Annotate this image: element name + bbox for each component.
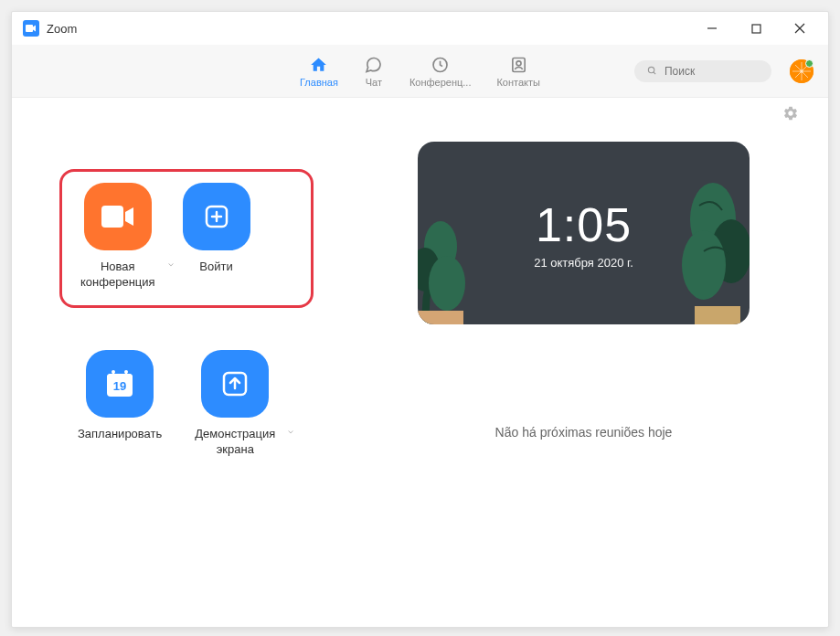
- content-area: Новая конференция ⌵ Войти 19 Запланирова…: [12, 98, 828, 627]
- clock-time: 1:05: [536, 197, 632, 252]
- svg-rect-0: [26, 25, 33, 32]
- share-screen-button[interactable]: Демонстрация экрана ⌵: [195, 350, 275, 458]
- new-meeting-button[interactable]: Новая конференция ⌵: [80, 183, 155, 291]
- svg-rect-31: [418, 311, 463, 324]
- svg-point-8: [648, 67, 654, 72]
- tab-meetings[interactable]: Конференц...: [409, 55, 472, 88]
- clock-card: 1:05 21 октября 2020 г.: [418, 142, 750, 324]
- join-label: Войти: [199, 260, 232, 275]
- svg-text:19: 19: [113, 379, 126, 393]
- zoom-logo-icon: [23, 20, 39, 37]
- titlebar: Zoom: [12, 12, 828, 45]
- plant-decoration-right: [667, 164, 750, 324]
- svg-point-30: [429, 256, 465, 311]
- schedule-label: Запланировать: [78, 427, 162, 442]
- join-button[interactable]: Войти: [183, 183, 250, 291]
- plus-icon: [183, 183, 250, 250]
- home-icon: [309, 55, 329, 75]
- main-tabs: Главная Чат Конференц... Контакты: [300, 55, 540, 88]
- window-controls: [698, 19, 813, 37]
- search-icon: [647, 65, 657, 77]
- svg-point-34: [682, 230, 726, 300]
- svg-rect-25: [125, 371, 127, 376]
- calendar-icon: 19: [86, 350, 154, 418]
- svg-point-7: [516, 60, 521, 65]
- video-icon: [84, 183, 152, 250]
- minimize-button[interactable]: [698, 19, 726, 37]
- app-window: Zoom Главная Чат Конференц... Контакты: [11, 11, 829, 628]
- tab-contacts-label: Контакты: [496, 77, 540, 88]
- clock-date: 21 октября 2020 г.: [534, 256, 633, 270]
- new-meeting-label: Новая конференция: [80, 260, 155, 291]
- tab-home-label: Главная: [300, 77, 338, 88]
- chevron-down-icon[interactable]: ⌵: [288, 425, 293, 435]
- schedule-button[interactable]: 19 Запланировать: [78, 350, 162, 458]
- highlight-annotation: Новая конференция ⌵ Войти: [59, 169, 314, 308]
- no-meetings-text: Não há próximas reuniões hoje: [495, 425, 673, 440]
- maximize-button[interactable]: [742, 19, 770, 37]
- close-button[interactable]: [786, 19, 813, 37]
- tab-chat-label: Чат: [366, 77, 382, 88]
- chevron-down-icon[interactable]: ⌵: [168, 258, 174, 268]
- svg-point-15: [800, 69, 803, 73]
- actions-panel: Новая конференция ⌵ Войти 19 Запланирова…: [48, 114, 359, 599]
- meetings-panel: 1:05 21 октября 2020 г. Não há próximas …: [359, 114, 792, 599]
- chat-icon: [364, 55, 384, 75]
- tab-chat[interactable]: Чат: [364, 55, 384, 88]
- svg-rect-35: [695, 306, 740, 324]
- tab-contacts[interactable]: Контакты: [496, 55, 540, 88]
- contacts-icon: [508, 55, 528, 75]
- app-title: Zoom: [47, 22, 698, 36]
- tab-meetings-label: Конференц...: [409, 77, 472, 88]
- share-icon: [201, 350, 269, 418]
- svg-rect-16: [101, 206, 123, 228]
- svg-rect-2: [752, 25, 760, 33]
- search-input[interactable]: [665, 65, 759, 78]
- share-screen-label: Демонстрация экрана: [195, 427, 275, 458]
- plant-decoration-left: [418, 201, 491, 324]
- search-box[interactable]: [634, 60, 771, 82]
- settings-button[interactable]: [782, 105, 799, 125]
- clock-icon: [431, 55, 451, 75]
- tab-home[interactable]: Главная: [300, 55, 338, 88]
- svg-line-9: [654, 72, 655, 74]
- svg-rect-24: [112, 371, 114, 376]
- avatar[interactable]: [790, 59, 813, 83]
- lower-actions: 19 Запланировать Демонстрация экрана ⌵: [78, 350, 359, 458]
- toolbar: Главная Чат Конференц... Контакты: [12, 45, 828, 98]
